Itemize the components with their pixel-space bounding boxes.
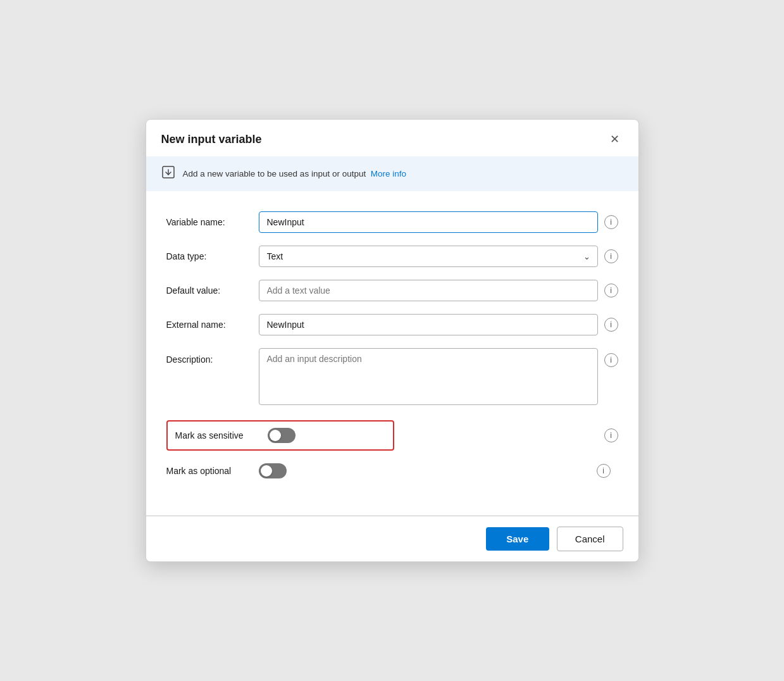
default-value-input[interactable] xyxy=(259,280,598,301)
variable-name-input[interactable] xyxy=(259,211,598,233)
external-name-row: External name: i xyxy=(166,314,618,335)
data-type-select[interactable]: Text Number Boolean List DataTable Datet… xyxy=(259,246,598,267)
mark-sensitive-label: Mark as sensitive xyxy=(175,430,258,440)
data-type-select-wrap: Text Number Boolean List DataTable Datet… xyxy=(259,246,598,267)
mark-optional-info-icon[interactable]: i xyxy=(597,464,611,478)
default-value-row: Default value: i xyxy=(166,280,618,301)
description-textarea[interactable] xyxy=(259,348,598,405)
toggle-section: Mark as sensitive i Mark as optional xyxy=(166,420,618,486)
mark-sensitive-toggle[interactable] xyxy=(268,428,296,443)
more-info-link[interactable]: More info xyxy=(371,169,406,178)
external-name-control: i xyxy=(259,314,618,335)
form-body: Variable name: i Data type: Text Number … xyxy=(146,196,638,515)
close-button[interactable]: ✕ xyxy=(606,131,623,147)
mark-sensitive-row: Mark as sensitive xyxy=(166,420,394,451)
data-type-info-icon[interactable]: i xyxy=(604,249,618,263)
info-banner: Add a new variable to be used as input o… xyxy=(146,156,638,191)
data-type-label: Data type: xyxy=(166,251,249,261)
description-label: Description: xyxy=(166,348,249,365)
cancel-button[interactable]: Cancel xyxy=(557,527,623,551)
variable-name-info-icon[interactable]: i xyxy=(604,215,618,229)
dialog-header: New input variable ✕ xyxy=(146,120,638,156)
dialog-title: New input variable xyxy=(161,133,262,146)
default-value-info-icon[interactable]: i xyxy=(604,284,618,297)
variable-name-control: i xyxy=(259,211,618,233)
data-type-control: Text Number Boolean List DataTable Datet… xyxy=(259,246,618,267)
banner-text: Add a new variable to be used as input o… xyxy=(183,169,407,178)
mark-optional-row: Mark as optional i xyxy=(166,456,618,486)
variable-name-label: Variable name: xyxy=(166,217,249,227)
save-button[interactable]: Save xyxy=(486,527,549,551)
description-info-icon[interactable]: i xyxy=(604,353,618,367)
description-row: Description: i xyxy=(166,348,618,405)
mark-sensitive-info-icon[interactable]: i xyxy=(604,428,618,442)
mark-optional-toggle[interactable] xyxy=(259,463,287,478)
new-input-variable-dialog: New input variable ✕ Add a new variable … xyxy=(146,119,639,562)
external-name-label: External name: xyxy=(166,320,249,330)
data-type-row: Data type: Text Number Boolean List Data… xyxy=(166,246,618,267)
download-icon xyxy=(161,165,175,182)
external-name-input[interactable] xyxy=(259,314,598,335)
variable-name-row: Variable name: i xyxy=(166,211,618,233)
external-name-info-icon[interactable]: i xyxy=(604,318,618,332)
dialog-footer: Save Cancel xyxy=(146,516,638,561)
default-value-control: i xyxy=(259,280,618,301)
description-control: i xyxy=(259,348,618,405)
default-value-label: Default value: xyxy=(166,285,249,296)
mark-optional-label: Mark as optional xyxy=(166,466,249,476)
